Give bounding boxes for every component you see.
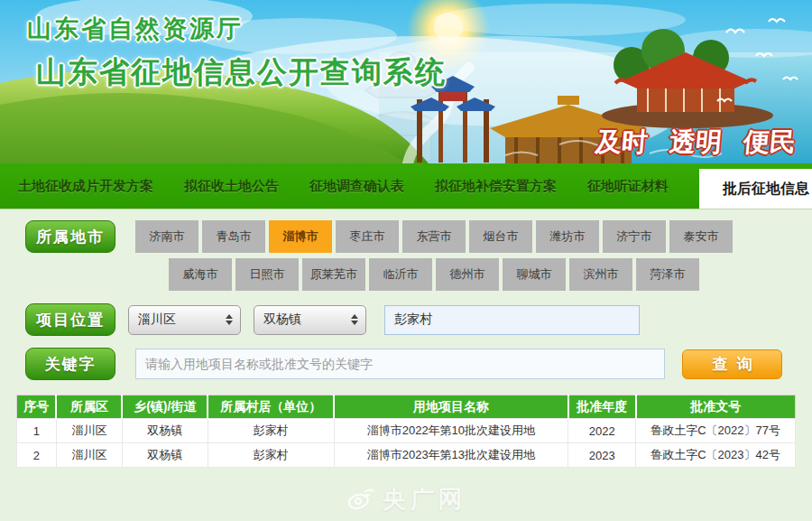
city-button-zaozhuang[interactable]: 枣庄市 (336, 220, 399, 253)
cell-approval-year: 2022 (568, 419, 636, 443)
district-select[interactable]: 淄川区 (128, 305, 241, 335)
header-approval-number: 批准文号 (636, 395, 796, 419)
nav-item-land-announcement[interactable]: 拟征收土地公告 (184, 178, 279, 195)
cell-village: 彭家村 (208, 443, 334, 468)
village-input[interactable] (384, 305, 640, 335)
city-buttons: 济南市 青岛市 淄博市 枣庄市 东营市 烟台市 潍坊市 济宁市 泰安市 威海市 … (135, 220, 733, 291)
page: 山东省自然资源厅 山东省征地信息公开查询系统 及时 透明 便民 土地征收成片开发… (0, 0, 812, 521)
select-stepper-icon (226, 314, 233, 325)
system-title: 山东省征地信息公开查询系统 (36, 52, 447, 93)
cell-approval-number: 鲁政土字C〔2022〕77号 (636, 419, 796, 443)
watermark-text: 央广网 (383, 483, 466, 516)
watermark: 央广网 (0, 483, 812, 516)
cell-seq: 2 (17, 443, 57, 468)
header-seq: 序号 (17, 395, 57, 419)
cell-town: 双杨镇 (122, 443, 208, 468)
city-button-binzhou[interactable]: 滨州市 (569, 258, 632, 291)
city-button-jining[interactable]: 济宁市 (603, 220, 666, 253)
city-button-taian[interactable]: 泰安市 (669, 220, 733, 253)
city-button-heze[interactable]: 菏泽市 (636, 258, 699, 291)
cell-approval-year: 2023 (568, 443, 636, 468)
slogan-word: 透明 (669, 127, 724, 156)
table-row: 1 淄川区 双杨镇 彭家村 淄博市2022年第10批次建设用地 2022 鲁政土… (17, 419, 796, 443)
city-filter-label: 所属地市 (25, 220, 115, 253)
content: 所属地市 济南市 青岛市 淄博市 枣庄市 东营市 烟台市 潍坊市 济宁市 泰安市… (0, 209, 812, 516)
city-row-1: 济南市 青岛市 淄博市 枣庄市 东营市 烟台市 潍坊市 济宁市 泰安市 (135, 220, 733, 253)
header-village: 所属村居（单位） (208, 395, 334, 419)
select-stepper-icon (351, 314, 358, 325)
city-button-dezhou[interactable]: 德州市 (436, 258, 499, 291)
keyword-filter-row: 关键字 查询 (25, 348, 812, 380)
cell-project-name: 淄博市2023年第13批次建设用地 (334, 443, 568, 468)
nav-item-hearing-materials[interactable]: 征地听证材料 (587, 178, 669, 195)
city-button-qingdao[interactable]: 青岛市 (202, 220, 265, 253)
city-button-jinan[interactable]: 济南市 (135, 220, 198, 253)
header-town: 乡(镇)/街道 (122, 395, 208, 419)
nav-item-compensation-plan[interactable]: 拟征地补偿安置方案 (435, 178, 557, 195)
keyword-filter-label: 关键字 (25, 348, 115, 380)
town-select[interactable]: 双杨镇 (254, 305, 366, 335)
cell-town: 双杨镇 (122, 419, 208, 443)
cell-approval-number: 鲁政土字C〔2023〕42号 (636, 443, 796, 468)
nav-item-development-plan[interactable]: 土地征收成片开发方案 (18, 178, 153, 195)
location-filter-row: 项目位置 淄川区 双杨镇 (25, 303, 812, 336)
town-select-value: 双杨镇 (263, 312, 301, 328)
district-select-value: 淄川区 (138, 312, 176, 328)
cnr-logo-icon (346, 487, 377, 512)
main-nav: 土地征收成片开发方案 拟征收土地公告 征地调查确认表 拟征地补偿安置方案 征地听… (0, 163, 812, 209)
city-button-weifang[interactable]: 潍坊市 (536, 220, 599, 253)
city-button-dongying[interactable]: 东营市 (402, 220, 466, 253)
table-header-row: 序号 所属区 乡(镇)/街道 所属村居（单位） 用地项目名称 批准年度 批准文号 (17, 395, 796, 419)
header-district: 所属区 (56, 395, 122, 419)
results-table: 序号 所属区 乡(镇)/街道 所属村居（单位） 用地项目名称 批准年度 批准文号… (16, 395, 796, 468)
org-title: 山东省自然资源厅 (27, 13, 447, 45)
cell-district: 淄川区 (56, 443, 122, 468)
cell-village: 彭家村 (208, 419, 334, 443)
slogan-word: 便民 (743, 127, 798, 156)
header-project-name: 用地项目名称 (334, 395, 568, 419)
nav-item-post-approval-info[interactable]: 批后征地信息 (699, 169, 812, 209)
table-row: 2 淄川区 双杨镇 彭家村 淄博市2023年第13批次建设用地 2023 鲁政土… (17, 443, 796, 468)
keyword-input[interactable] (135, 349, 665, 379)
city-button-weihai[interactable]: 威海市 (169, 258, 232, 291)
cell-seq: 1 (17, 419, 57, 443)
city-button-liaocheng[interactable]: 聊城市 (503, 258, 566, 291)
nav-item-survey-confirmation[interactable]: 征地调查确认表 (309, 178, 404, 195)
city-button-linyi[interactable]: 临沂市 (369, 258, 432, 291)
city-button-zibo[interactable]: 淄博市 (269, 220, 332, 253)
banner-slogan: 及时 透明 便民 (579, 125, 798, 161)
header-approval-year: 批准年度 (568, 395, 636, 419)
city-row-2: 威海市 日照市 原莱芜市 临沂市 德州市 聊城市 滨州市 菏泽市 (169, 258, 733, 291)
search-button[interactable]: 查询 (682, 349, 782, 379)
slogan-word: 及时 (595, 127, 650, 156)
location-filter-label: 项目位置 (25, 303, 115, 336)
cell-project-name: 淄博市2022年第10批次建设用地 (334, 419, 568, 443)
banner: 山东省自然资源厅 山东省征地信息公开查询系统 及时 透明 便民 (0, 0, 812, 163)
city-filter-row: 所属地市 济南市 青岛市 淄博市 枣庄市 东营市 烟台市 潍坊市 济宁市 泰安市… (25, 209, 812, 291)
city-button-rizhao[interactable]: 日照市 (235, 258, 299, 291)
banner-titles: 山东省自然资源厅 山东省征地信息公开查询系统 (27, 13, 447, 93)
cell-district: 淄川区 (56, 419, 122, 443)
city-button-laiwu[interactable]: 原莱芜市 (302, 258, 365, 291)
city-button-yantai[interactable]: 烟台市 (469, 220, 532, 253)
